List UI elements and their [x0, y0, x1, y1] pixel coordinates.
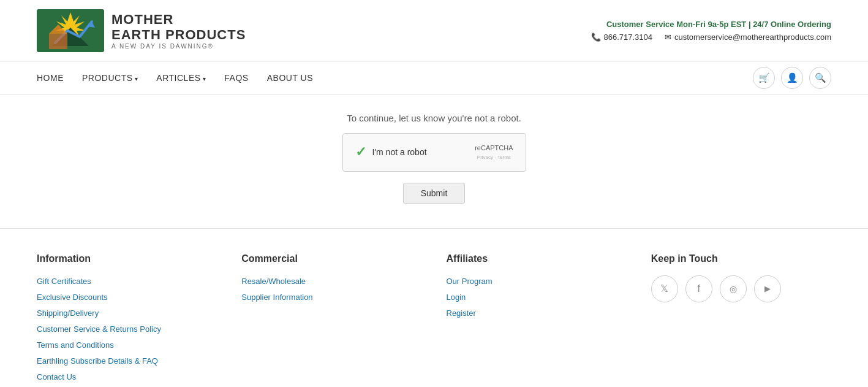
site-header: MOTHER EARTH PRODUCTS A NEW DAY IS DAWNI… — [0, 0, 868, 62]
register-link[interactable]: Register — [447, 308, 476, 318]
our-program-link[interactable]: Our Program — [447, 277, 492, 286]
logo-title: MOTHER EARTH PRODUCTS — [111, 12, 246, 43]
instagram-icon: ◎ — [730, 284, 737, 294]
contact-phone: 📞 866.717.3104 — [591, 33, 653, 42]
instagram-link[interactable]: ◎ — [720, 275, 747, 302]
social-icons: 𝕏 f ◎ ▶ — [651, 275, 831, 302]
logo-area: MOTHER EARTH PRODUCTS A NEW DAY IS DAWNI… — [37, 9, 246, 52]
nav-link-home[interactable]: HOME — [37, 62, 64, 94]
shipping-delivery-link[interactable]: Shipping/Delivery — [37, 308, 99, 318]
terms-conditions-link[interactable]: Terms and Conditions — [37, 340, 114, 350]
nav-item-home[interactable]: HOME — [37, 62, 64, 94]
youtube-link[interactable]: ▶ — [754, 275, 781, 302]
contact-details: 📞 866.717.3104 ✉ customerservice@mothere… — [591, 33, 832, 42]
header-contact: Customer Service Mon-Fri 9a-5p EST | 24/… — [591, 20, 832, 42]
nav-item-faqs[interactable]: FAQS — [224, 62, 248, 94]
footer-information: Information Gift Certificates Exclusive … — [37, 253, 217, 387]
email-icon: ✉ — [665, 33, 671, 42]
nav-link-articles[interactable]: ARTICLES — [156, 62, 206, 94]
logo-icon — [37, 9, 104, 52]
nav-link-faqs[interactable]: FAQS — [224, 62, 248, 94]
customer-service-link[interactable]: Customer Service & Returns Policy — [37, 324, 161, 334]
list-item: Shipping/Delivery — [37, 307, 217, 318]
nav-item-about[interactable]: ABOUT US — [267, 62, 313, 94]
list-item: Supplier Information — [241, 291, 421, 302]
recaptcha-links: Privacy - Terms — [477, 155, 511, 160]
nav-link-products[interactable]: PRODUCTS — [82, 62, 138, 94]
list-item: Register — [447, 307, 627, 318]
footer-information-heading: Information — [37, 253, 217, 264]
list-item: Gift Certificates — [37, 275, 217, 286]
supplier-information-link[interactable]: Supplier Information — [241, 293, 312, 302]
main-nav: HOME PRODUCTS ARTICLES FAQS ABOUT US 🛒 👤… — [0, 62, 868, 94]
footer-commercial-links: Resale/Wholesale Supplier Information — [241, 275, 421, 302]
contact-email: ✉ customerservice@motherearthproducts.co… — [665, 33, 831, 42]
logo-text: MOTHER EARTH PRODUCTS A NEW DAY IS DAWNI… — [111, 12, 246, 50]
captcha-intro-text: To continue, let us know you're not a ro… — [0, 113, 868, 123]
list-item: Login — [447, 291, 627, 302]
captcha-label: I'm not a robot — [372, 147, 427, 157]
phone-icon: 📞 — [591, 33, 601, 42]
footer-commercial: Commercial Resale/Wholesale Supplier Inf… — [241, 253, 421, 387]
list-item: Our Program — [447, 275, 627, 286]
list-item: Terms and Conditions — [37, 339, 217, 350]
main-content: To continue, let us know you're not a ro… — [0, 94, 868, 228]
twitter-link[interactable]: 𝕏 — [651, 275, 678, 302]
list-item: Customer Service & Returns Policy — [37, 323, 217, 334]
checkmark-icon: ✓ — [355, 144, 366, 160]
contact-service-text: Customer Service Mon-Fri 9a-5p EST | 24/… — [591, 20, 832, 29]
captcha-box[interactable]: ✓ I'm not a robot reCAPTCHA Privacy - Te… — [342, 133, 526, 172]
list-item: Earthling Subscribe Details & FAQ — [37, 355, 217, 366]
exclusive-discounts-link[interactable]: Exclusive Discounts — [37, 293, 108, 302]
site-footer: Information Gift Certificates Exclusive … — [0, 228, 868, 387]
search-button[interactable]: 🔍 — [809, 67, 831, 89]
nav-item-products[interactable]: PRODUCTS — [82, 62, 138, 94]
list-item: Exclusive Discounts — [37, 291, 217, 302]
recaptcha-logo: reCAPTCHA Privacy - Terms — [475, 144, 513, 161]
earthling-subscribe-link[interactable]: Earthling Subscribe Details & FAQ — [37, 356, 158, 366]
login-link[interactable]: Login — [447, 293, 466, 302]
youtube-icon: ▶ — [764, 284, 771, 293]
footer-information-links: Gift Certificates Exclusive Discounts Sh… — [37, 275, 217, 382]
captcha-check-area: ✓ I'm not a robot — [355, 144, 427, 160]
footer-grid: Information Gift Certificates Exclusive … — [37, 253, 831, 387]
list-item: Resale/Wholesale — [241, 275, 421, 286]
contact-us-link[interactable]: Contact Us — [37, 372, 76, 381]
nav-link-about[interactable]: ABOUT US — [267, 62, 313, 94]
list-item: Contact Us — [37, 371, 217, 382]
footer-affiliates-heading: Affiliates — [447, 253, 627, 264]
twitter-icon: 𝕏 — [660, 283, 668, 294]
footer-keep-in-touch: Keep in Touch 𝕏 f ◎ ▶ — [651, 253, 831, 387]
footer-affiliates-links: Our Program Login Register — [447, 275, 627, 318]
logo-subtitle: A NEW DAY IS DAWNING® — [111, 43, 246, 50]
recaptcha-brand: reCAPTCHA — [475, 144, 513, 153]
resale-wholesale-link[interactable]: Resale/Wholesale — [241, 277, 306, 286]
facebook-link[interactable]: f — [685, 275, 712, 302]
gift-certificates-link[interactable]: Gift Certificates — [37, 277, 91, 286]
submit-button[interactable]: Submit — [403, 183, 466, 204]
nav-links: HOME PRODUCTS ARTICLES FAQS ABOUT US — [37, 62, 313, 94]
footer-affiliates: Affiliates Our Program Login Register — [447, 253, 627, 387]
svg-rect-5 — [49, 34, 67, 49]
facebook-icon: f — [698, 283, 700, 294]
nav-item-articles[interactable]: ARTICLES — [156, 62, 206, 94]
footer-commercial-heading: Commercial — [241, 253, 421, 264]
nav-icons: 🛒 👤 🔍 — [753, 67, 831, 89]
account-button[interactable]: 👤 — [781, 67, 803, 89]
cart-button[interactable]: 🛒 — [753, 67, 775, 89]
footer-keep-in-touch-heading: Keep in Touch — [651, 253, 831, 264]
